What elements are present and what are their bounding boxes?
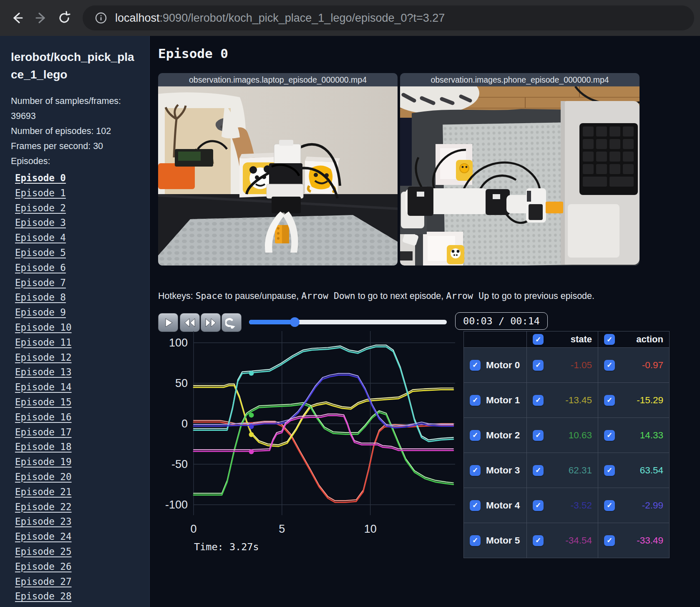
episode-link[interactable]: Episode 20: [15, 471, 71, 482]
episode-list-item: Episode 22: [15, 500, 140, 515]
motor-row-checkbox[interactable]: ✓: [470, 360, 481, 371]
episode-list-item: Episode 0: [15, 171, 140, 186]
episode-list-item: Episode 19: [15, 455, 140, 470]
episode-link[interactable]: Episode 10: [15, 322, 71, 333]
episode-list-item: Episode 14: [15, 380, 140, 395]
stat-samples: Number of samples/frames: 39693: [11, 94, 133, 124]
episode-link[interactable]: Episode 27: [15, 576, 71, 587]
action-value-checkbox[interactable]: ✓: [604, 360, 615, 371]
hotkeys-help: Hotkeys: Space to pause/unpause, Arrow D…: [158, 291, 594, 301]
episode-list-item: Episode 20: [15, 470, 140, 485]
motor-name: Motor 5: [486, 535, 520, 546]
action-value-checkbox[interactable]: ✓: [604, 535, 615, 546]
episode-list-item: Episode 4: [15, 231, 140, 246]
url-path: :9090/lerobot/koch_pick_place_1_lego/epi…: [160, 12, 445, 25]
play-icon: [162, 317, 174, 329]
episode-list-item: Episode 28: [15, 589, 140, 604]
key-arrow-down: Arrow Down: [301, 291, 355, 301]
state-value-checkbox[interactable]: ✓: [533, 535, 544, 546]
svg-text:-100: -100: [165, 498, 188, 511]
action-value: 63.54: [640, 465, 663, 476]
state-value-checkbox[interactable]: ✓: [533, 465, 544, 476]
action-value-checkbox[interactable]: ✓: [604, 500, 615, 511]
chart-time-label: Time: 3.27s: [194, 541, 259, 553]
site-info-icon[interactable]: [92, 9, 110, 27]
action-value: -33.49: [637, 535, 663, 546]
action-value-checkbox[interactable]: ✓: [604, 465, 615, 476]
action-value-checkbox[interactable]: ✓: [604, 395, 615, 406]
video-phone[interactable]: observation.images.phone_episode_000000.…: [400, 73, 640, 266]
episode-link[interactable]: Episode 18: [15, 441, 71, 452]
episode-link[interactable]: Episode 9: [15, 307, 66, 318]
motor-name: Motor 2: [486, 430, 520, 441]
state-value-checkbox[interactable]: ✓: [533, 395, 544, 406]
episode-link[interactable]: Episode 14: [15, 382, 71, 392]
episode-link[interactable]: Episode 13: [15, 367, 71, 377]
state-value-checkbox[interactable]: ✓: [533, 500, 544, 511]
page-title: Episode 0: [158, 46, 228, 61]
corner-header: [464, 331, 527, 348]
episode-link[interactable]: Episode 21: [15, 486, 71, 497]
episode-list-item: Episode 9: [15, 306, 140, 321]
episode-link[interactable]: Episode 12: [15, 352, 71, 363]
episode-link[interactable]: Episode 0: [15, 172, 66, 183]
state-value: -3.52: [571, 500, 592, 511]
reload-button[interactable]: [53, 6, 76, 30]
timeline-slider[interactable]: [249, 317, 447, 326]
episode-link[interactable]: Episode 19: [15, 456, 71, 467]
episode-list-item: Episode 26: [15, 560, 140, 575]
episode-link[interactable]: Episode 26: [15, 561, 71, 572]
episode-link[interactable]: Episode 7: [15, 277, 66, 288]
reload-icon: [57, 11, 71, 25]
motor-row-checkbox[interactable]: ✓: [470, 500, 481, 511]
video-laptop[interactable]: observation.images.laptop_episode_000000…: [158, 73, 398, 266]
episode-link[interactable]: Episode 4: [15, 232, 66, 243]
episode-list-item: Episode 6: [15, 261, 140, 276]
motor-row-checkbox[interactable]: ✓: [470, 535, 481, 546]
episode-link[interactable]: Episode 25: [15, 546, 71, 557]
slider-fill: [249, 320, 295, 324]
episode-link[interactable]: Episode 5: [15, 247, 66, 258]
slider-thumb[interactable]: [290, 317, 300, 327]
state-column-checkbox[interactable]: ✓: [533, 334, 544, 345]
url-host: localhost: [115, 12, 160, 25]
action-value: -2.99: [642, 500, 663, 511]
state-value: 62.31: [569, 465, 592, 476]
episode-list-item: Episode 11: [15, 336, 140, 351]
episode-list-item: Episode 1: [15, 186, 140, 201]
episode-list-item: Episode 13: [15, 365, 140, 380]
back-button[interactable]: [6, 6, 29, 30]
episode-list-item: Episode 3: [15, 216, 140, 231]
svg-text:10: 10: [364, 523, 377, 535]
episode-list-item: Episode 23: [15, 515, 140, 530]
action-value-checkbox[interactable]: ✓: [604, 430, 615, 441]
episode-link[interactable]: Episode 28: [15, 591, 71, 602]
episode-link[interactable]: Episode 16: [15, 412, 71, 422]
episode-link[interactable]: Episode 2: [15, 202, 66, 213]
motor-row-checkbox[interactable]: ✓: [470, 465, 481, 476]
forward-button[interactable]: [29, 6, 53, 30]
episode-list-item: Episode 16: [15, 410, 140, 425]
state-value: -1.05: [571, 360, 592, 371]
episode-link[interactable]: Episode 15: [15, 397, 71, 407]
episode-list-item: Episode 2: [15, 201, 140, 216]
episode-link[interactable]: Episode 3: [15, 217, 66, 228]
orange-brick: [275, 225, 289, 243]
episode-link[interactable]: Episode 23: [15, 516, 71, 527]
state-value-checkbox[interactable]: ✓: [533, 430, 544, 441]
episode-link[interactable]: Episode 1: [15, 187, 66, 198]
motor-row-checkbox[interactable]: ✓: [470, 395, 481, 406]
episode-list-item: Episode 27: [15, 575, 140, 590]
loop-icon: [225, 317, 238, 329]
url-bar[interactable]: localhost:9090/lerobot/koch_pick_place_1…: [83, 5, 694, 30]
episode-link[interactable]: Episode 6: [15, 262, 66, 273]
episode-link[interactable]: Episode 8: [15, 292, 66, 303]
state-value-checkbox[interactable]: ✓: [533, 360, 544, 371]
episode-link[interactable]: Episode 11: [15, 337, 71, 348]
key-arrow-up: Arrow Up: [446, 291, 489, 301]
action-column-checkbox[interactable]: ✓: [604, 334, 615, 345]
episode-link[interactable]: Episode 24: [15, 531, 71, 542]
episode-link[interactable]: Episode 17: [15, 427, 71, 438]
episode-link[interactable]: Episode 22: [15, 501, 71, 512]
motor-row-checkbox[interactable]: ✓: [470, 430, 481, 441]
